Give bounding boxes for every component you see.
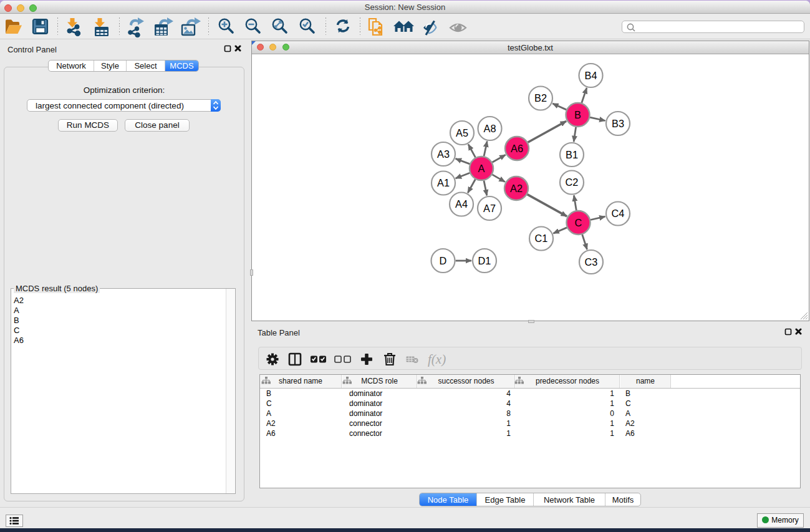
svg-text:A1: A1 [437, 177, 450, 188]
svg-text:B1: B1 [566, 149, 578, 160]
svg-text:B3: B3 [612, 118, 624, 129]
svg-text:A2: A2 [510, 183, 523, 194]
svg-text:C4: C4 [612, 208, 625, 219]
svg-text:C1: C1 [535, 233, 548, 244]
svg-text:A5: A5 [456, 127, 468, 138]
svg-text:B2: B2 [534, 92, 547, 104]
svg-text:B: B [574, 109, 581, 120]
svg-text:D: D [440, 255, 447, 266]
svg-text:f(x): f(x) [428, 352, 446, 367]
svg-text:A7: A7 [483, 203, 496, 214]
svg-text:A3: A3 [437, 148, 450, 160]
svg-text:D1: D1 [478, 255, 491, 266]
svg-text:A8: A8 [484, 123, 496, 134]
svg-text:C: C [575, 217, 582, 228]
svg-text:B4: B4 [585, 70, 597, 81]
svg-text:A: A [478, 163, 485, 174]
svg-text:A6: A6 [511, 143, 523, 154]
svg-text:C2: C2 [566, 177, 579, 188]
svg-text:A4: A4 [455, 198, 468, 210]
svg-text:C3: C3 [585, 256, 598, 268]
